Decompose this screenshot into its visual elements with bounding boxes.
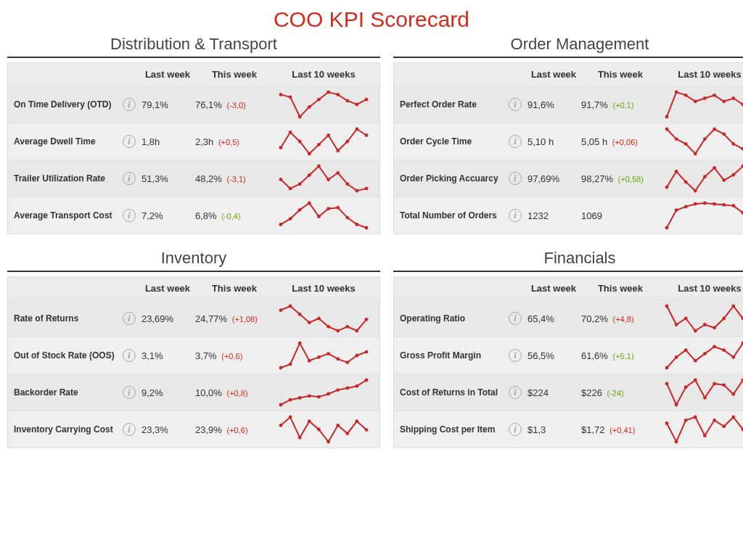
svg-point-104 <box>317 395 321 399</box>
kpi-delta: (+0,5) <box>218 138 239 147</box>
info-icon[interactable]: i <box>509 386 522 399</box>
svg-point-8 <box>356 103 359 107</box>
svg-point-76 <box>722 203 726 207</box>
sparkline-chart <box>278 377 369 408</box>
sparkline-chart <box>278 340 369 371</box>
svg-point-0 <box>279 93 283 96</box>
svg-point-44 <box>703 96 707 100</box>
svg-point-62 <box>684 181 688 184</box>
kpi-last-week: 56,5% <box>523 350 580 361</box>
svg-point-25 <box>327 178 330 181</box>
kpi-last-week: 5,10 h <box>523 136 580 147</box>
info-icon[interactable]: i <box>509 349 522 362</box>
svg-point-118 <box>356 419 359 423</box>
page-title: COO KPI Scorecard <box>7 7 736 32</box>
kpi-last-week: $224 <box>523 387 580 398</box>
kpi-sparkline <box>274 163 374 194</box>
kpi-name: Order Cycle Time <box>400 136 509 147</box>
kpi-sparkline <box>660 414 743 445</box>
header-this-week: This week <box>194 283 274 294</box>
svg-point-112 <box>298 436 302 440</box>
info-icon[interactable]: i <box>123 386 136 399</box>
svg-point-65 <box>713 166 716 170</box>
section: Inventory Last week This week Last 10 we… <box>7 249 380 448</box>
sparkline-chart <box>664 89 743 120</box>
kpi-sparkline <box>274 377 374 408</box>
kpi-delta: (+0,8) <box>227 389 248 398</box>
svg-point-154 <box>703 434 707 437</box>
svg-point-102 <box>298 396 302 400</box>
svg-point-153 <box>694 416 697 419</box>
svg-point-7 <box>345 99 349 103</box>
kpi-row: Average Transport Cost i 7,2% 6,8% (-0,4… <box>8 197 379 234</box>
info-icon[interactable]: i <box>123 349 136 362</box>
svg-point-21 <box>289 187 292 191</box>
svg-point-45 <box>713 94 716 97</box>
kpi-name: Total Number of Orders <box>400 210 509 221</box>
svg-point-99 <box>365 350 369 354</box>
svg-point-115 <box>327 440 330 444</box>
svg-point-70 <box>665 226 669 230</box>
header-trend: Last 10 weeks <box>660 283 743 294</box>
panel: Last week This week Last 10 weeks Perfec… <box>393 62 743 234</box>
svg-point-101 <box>289 398 292 402</box>
svg-point-142 <box>684 385 688 389</box>
kpi-name: Cost of Returns in Total <box>400 387 509 398</box>
svg-point-132 <box>684 348 688 352</box>
kpi-this-week: 6,8% (-0,4) <box>194 210 274 221</box>
svg-point-12 <box>298 140 302 144</box>
svg-point-28 <box>356 189 359 193</box>
header-this-week: This week <box>580 283 660 294</box>
info-icon[interactable]: i <box>509 312 522 325</box>
kpi-sparkline <box>660 377 743 408</box>
header-row: Last week This week Last 10 weeks <box>394 63 743 86</box>
svg-point-114 <box>317 428 321 432</box>
svg-point-15 <box>327 133 330 137</box>
header-last-week: Last week <box>137 69 194 80</box>
kpi-name: Inventory Carrying Cost <box>14 424 123 435</box>
svg-point-52 <box>684 142 688 146</box>
section: Distribution & Transport Last week This … <box>7 35 380 234</box>
kpi-row: Inventory Carrying Cost i 23,3% 23,9% (+… <box>8 411 379 448</box>
info-icon[interactable]: i <box>509 423 522 436</box>
kpi-row: Out of Stock Rate (OOS) i 3,1% 3,7% (+0,… <box>8 337 379 374</box>
info-icon[interactable]: i <box>509 172 522 185</box>
sparkline-chart <box>664 414 743 445</box>
info-icon[interactable]: i <box>123 135 136 148</box>
info-icon[interactable]: i <box>123 209 136 222</box>
kpi-delta: (-0,4) <box>221 212 240 221</box>
svg-point-124 <box>703 323 707 326</box>
svg-point-134 <box>703 352 707 355</box>
sparkline-chart <box>278 414 369 445</box>
panel: Last week This week Last 10 weeks Rate o… <box>7 276 380 448</box>
svg-point-131 <box>675 355 678 359</box>
info-icon[interactable]: i <box>123 423 136 436</box>
kpi-delta: (+1,08) <box>232 315 258 324</box>
info-icon[interactable]: i <box>123 98 136 111</box>
svg-point-60 <box>665 186 669 189</box>
kpi-row: On Time Delivery (OTD) i 79,1% 76,1% (-3… <box>8 86 379 123</box>
svg-point-42 <box>684 94 688 97</box>
sparkline-chart <box>664 340 743 371</box>
info-icon[interactable]: i <box>123 312 136 325</box>
info-icon[interactable]: i <box>509 135 522 148</box>
kpi-row: Cost of Returns in Total i $224 $226 (-2… <box>394 374 743 411</box>
kpi-sparkline <box>274 303 374 334</box>
svg-point-110 <box>279 424 283 427</box>
sparkline-chart <box>278 303 369 334</box>
info-icon[interactable]: i <box>509 209 522 222</box>
kpi-sparkline <box>274 340 374 371</box>
kpi-this-week: 98,27% (+0,58) <box>580 173 660 184</box>
svg-point-36 <box>336 206 340 210</box>
kpi-name: Average Transport Cost <box>14 210 123 221</box>
info-icon[interactable]: i <box>509 98 522 111</box>
svg-point-126 <box>722 317 726 321</box>
kpi-row: Average Dwell Time i 1,8h 2,3h (+0,5) <box>8 123 379 160</box>
svg-point-91 <box>289 363 292 366</box>
kpi-name: Rate of Returns <box>14 313 123 324</box>
kpi-delta: (+0,06) <box>612 138 638 147</box>
info-icon[interactable]: i <box>123 172 136 185</box>
kpi-last-week: 97,69% <box>523 173 580 184</box>
kpi-delta: (-24) <box>607 389 624 398</box>
header-row: Last week This week Last 10 weeks <box>8 63 379 86</box>
